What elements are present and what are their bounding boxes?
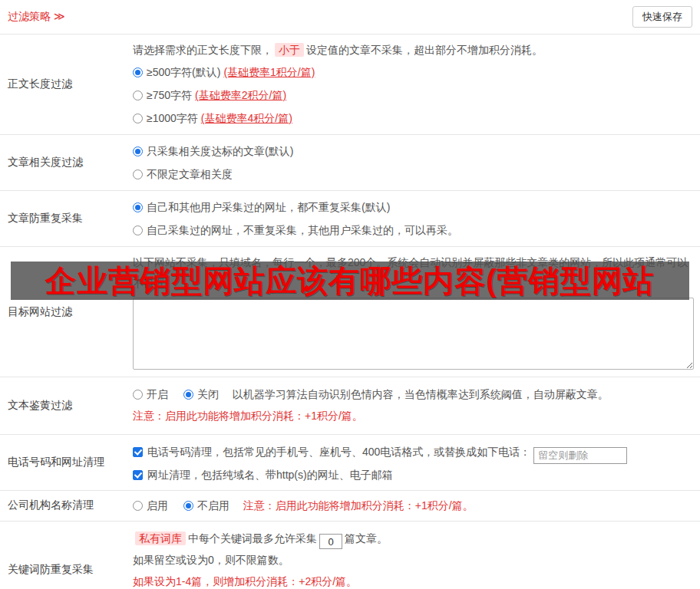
- page-title[interactable]: 过滤策略 ≫: [8, 10, 65, 24]
- radio-option-1000[interactable]: ≥1000字符(基础费率4积分/篇): [133, 107, 694, 130]
- section-phone-url-clean: 电话号码和网址清理 电话号码清理，包括常见的手机号、座机号、400电话格式，或替…: [0, 435, 700, 491]
- section-label: 文本鉴黄过滤: [0, 377, 133, 434]
- checkbox-url-clean[interactable]: 网址清理，包括纯域名、带http(s)的网址、电子邮箱: [133, 469, 393, 481]
- section-relevance: 文章相关度过滤 只采集相关度达标的文章(默认) 不限定文章相关度: [0, 135, 700, 191]
- radio-company-clean-on[interactable]: 启用: [133, 499, 168, 512]
- section-label: 关键词防重复采集: [0, 522, 133, 589]
- checkbox-icon[interactable]: [133, 470, 143, 480]
- radio-icon[interactable]: [133, 501, 143, 511]
- radio-relevance-any[interactable]: 不限定文章相关度: [133, 163, 694, 186]
- company-clean-warning: 注意：启用此功能将增加积分消耗：+1积分/篇。: [243, 499, 474, 512]
- max-articles-input[interactable]: [319, 534, 342, 549]
- section-porn-filter: 文本鉴黄过滤 开启 关闭 以机器学习算法自动识别色情内容，当色情概率达到系统阈值…: [0, 377, 700, 435]
- less-than-highlight: 小于: [275, 43, 304, 57]
- radio-company-clean-off[interactable]: 不启用: [183, 499, 229, 512]
- rate-note: (基础费率4积分/篇): [201, 112, 292, 124]
- radio-dedupe-self-only[interactable]: 自己采集过的网址，不重复采集，其他用户采集过的，可以再采。: [133, 219, 694, 242]
- replacement-phone-input[interactable]: [533, 447, 627, 464]
- radio-icon[interactable]: [133, 202, 143, 212]
- overlay-banner-text: 企业营销型网站应该有哪些内容(营销型网站: [45, 262, 654, 300]
- section-label: 正文长度过滤: [0, 35, 133, 134]
- section-company-clean: 公司机构名称清理 启用 不启用 注意：启用此功能将增加积分消耗：+1积分/篇。: [0, 491, 700, 522]
- radio-icon[interactable]: [133, 114, 143, 123]
- keyword-rule-empty: 如果留空或设为0，则不限篇数。: [133, 549, 694, 571]
- radio-icon[interactable]: [133, 390, 143, 400]
- private-thesaurus-highlight: 私有词库: [135, 531, 186, 545]
- section-content-length: 正文长度过滤 请选择需求的正文长度下限，小于设定值的文章不采集，超出部分不增加积…: [0, 35, 700, 135]
- topbar: 过滤策略 ≫ 快速保存: [0, 0, 700, 35]
- radio-icon[interactable]: [133, 90, 143, 100]
- porn-filter-desc: 以机器学习算法自动识别色情内容，当色情概率达到系统阈值，自动屏蔽文章。: [233, 388, 609, 400]
- checkbox-phone-clean[interactable]: 电话号码清理，包括常见的手机号、座机号、400电话格式，或替换成如下电话：: [133, 446, 530, 458]
- blocked-sites-textarea[interactable]: [133, 298, 694, 370]
- radio-icon[interactable]: [183, 501, 193, 511]
- radio-relevance-strict[interactable]: 只采集相关度达标的文章(默认): [133, 140, 694, 163]
- section-dedupe-url: 文章防重复采集 自己和其他用户采集过的网址，都不重复采集(默认) 自己采集过的网…: [0, 191, 700, 247]
- rate-note: (基础费率2积分/篇): [195, 89, 286, 101]
- porn-filter-warning: 注意：启用此功能将增加积分消耗：+1积分/篇。: [133, 405, 694, 426]
- checkbox-icon[interactable]: [133, 447, 143, 457]
- radio-porn-on[interactable]: 开启: [133, 388, 168, 400]
- radio-option-750[interactable]: ≥750字符(基础费率2积分/篇): [133, 84, 694, 107]
- radio-icon[interactable]: [133, 225, 143, 235]
- section-label: 文章相关度过滤: [0, 135, 133, 190]
- content-length-intro: 请选择需求的正文长度下限，小于设定值的文章不采集，超出部分不增加积分消耗。: [133, 39, 694, 61]
- overlay-banner: 企业营销型网站应该有哪些内容(营销型网站: [11, 262, 689, 300]
- section-label: 电话号码和网址清理: [0, 435, 133, 490]
- radio-option-500[interactable]: ≥500字符(默认)(基础费率1积分/篇): [133, 61, 694, 84]
- radio-icon[interactable]: [133, 146, 143, 156]
- section-label: 文章防重复采集: [0, 191, 133, 246]
- section-label: 公司机构名称清理: [0, 491, 133, 521]
- quick-save-button[interactable]: 快速保存: [632, 6, 692, 28]
- radio-icon[interactable]: [133, 67, 143, 77]
- radio-porn-off[interactable]: 关闭: [183, 388, 219, 400]
- radio-icon[interactable]: [133, 169, 143, 179]
- radio-icon[interactable]: [183, 390, 193, 400]
- rate-note: (基础费率1积分/篇): [223, 66, 315, 78]
- radio-dedupe-all-users[interactable]: 自己和其他用户采集过的网址，都不重复采集(默认): [133, 196, 694, 219]
- section-keyword-dedupe: 关键词防重复采集 私有词库中每个关键词最多允许采集篇文章。 如果留空或设为0，则…: [0, 522, 700, 589]
- keyword-rule-1-4: 如果设为1-4篇，则增加积分消耗：+2积分/篇。: [133, 571, 694, 589]
